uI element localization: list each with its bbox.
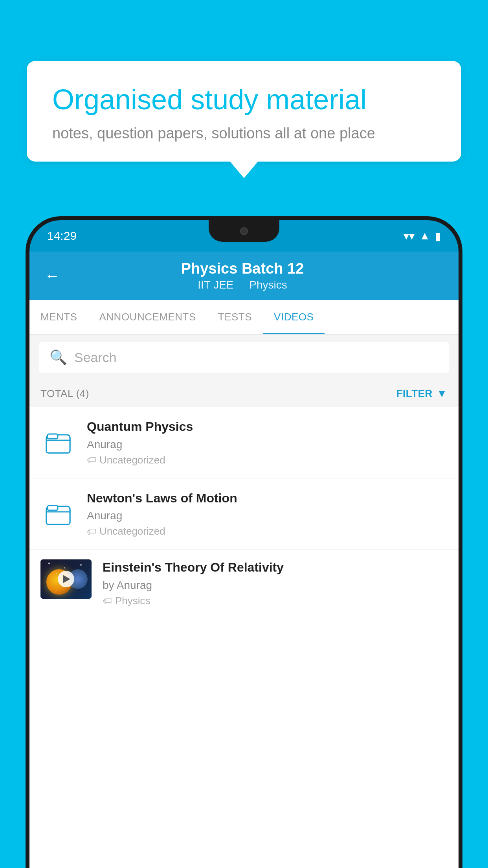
video-tag: 🏷 Uncategorized — [87, 525, 448, 537]
search-placeholder: Search — [74, 350, 117, 365]
tag-label: Physics — [115, 595, 150, 607]
battery-icon: ▮ — [435, 230, 441, 243]
tabs-bar: MENTS ANNOUNCEMENTS TESTS VIDEOS — [29, 300, 459, 335]
notch — [209, 220, 279, 242]
folder-icon-wrap — [40, 496, 76, 531]
play-triangle-icon — [63, 575, 70, 583]
svg-rect-2 — [48, 434, 58, 439]
video-author: Anurag — [87, 438, 448, 451]
batch-subtitle: IIT JEE Physics — [68, 279, 417, 291]
video-title: Newton's Laws of Motion — [87, 490, 448, 507]
bubble-title: Organised study material — [52, 83, 436, 116]
video-tag: 🏷 Uncategorized — [87, 454, 448, 466]
list-item[interactable]: Quantum Physics Anurag 🏷 Uncategorized — [29, 407, 459, 478]
tag-label: Uncategorized — [99, 525, 165, 537]
folder-icon — [44, 500, 72, 528]
tab-videos[interactable]: VIDEOS — [263, 300, 325, 334]
video-tag: 🏷 Physics — [103, 595, 448, 607]
speech-bubble: Organised study material notes, question… — [27, 61, 461, 162]
bubble-subtitle: notes, question papers, solutions all at… — [52, 125, 436, 142]
speech-bubble-section: Organised study material notes, question… — [27, 61, 461, 162]
play-button[interactable] — [58, 571, 74, 587]
status-time: 14:29 — [47, 229, 77, 243]
back-button[interactable]: ← — [44, 267, 60, 285]
tab-ments[interactable]: MENTS — [29, 300, 88, 334]
thumbnail-bg — [40, 559, 92, 599]
search-icon: 🔍 — [50, 349, 67, 366]
total-count: TOTAL (4) — [40, 388, 89, 400]
tab-announcements[interactable]: ANNOUNCEMENTS — [88, 300, 207, 334]
video-title: Quantum Physics — [87, 419, 448, 435]
list-item[interactable]: Einstein's Theory Of Relativity by Anura… — [29, 550, 459, 619]
signal-icon: ▲ — [419, 230, 430, 242]
subtitle-part2: Physics — [249, 279, 287, 291]
tag-icon: 🏷 — [87, 454, 96, 465]
video-info: Newton's Laws of Motion Anurag 🏷 Uncateg… — [87, 490, 448, 538]
video-author: by Anurag — [103, 579, 448, 592]
status-bar: 14:29 ▾▾ ▲ ▮ — [29, 220, 459, 252]
filter-bar: TOTAL (4) FILTER ▼ — [29, 380, 459, 407]
list-item[interactable]: Newton's Laws of Motion Anurag 🏷 Uncateg… — [29, 478, 459, 550]
tag-label: Uncategorized — [99, 454, 165, 466]
subtitle-part1: IIT JEE — [198, 279, 233, 291]
camera-dot — [240, 227, 248, 235]
video-thumbnail — [40, 559, 92, 599]
video-title: Einstein's Theory Of Relativity — [103, 559, 448, 576]
filter-funnel-icon: ▼ — [437, 387, 448, 400]
video-list: Quantum Physics Anurag 🏷 Uncategorized — [29, 407, 459, 619]
video-info: Quantum Physics Anurag 🏷 Uncategorized — [87, 419, 448, 466]
filter-label: FILTER — [396, 388, 433, 400]
tag-icon: 🏷 — [103, 595, 112, 606]
folder-icon-wrap — [40, 425, 76, 460]
video-info: Einstein's Theory Of Relativity by Anura… — [103, 559, 448, 607]
search-bar[interactable]: 🔍 Search — [38, 342, 450, 373]
filter-button[interactable]: FILTER ▼ — [396, 387, 448, 400]
status-icons: ▾▾ ▲ ▮ — [404, 230, 441, 243]
video-author: Anurag — [87, 509, 448, 522]
tag-icon: 🏷 — [87, 526, 96, 537]
app-header: ← Physics Batch 12 IIT JEE Physics — [29, 252, 459, 300]
folder-icon — [44, 428, 72, 456]
phone-frame: 14:29 ▾▾ ▲ ▮ ← Physics Batch 12 IIT JEE — [26, 216, 462, 868]
svg-rect-5 — [48, 506, 58, 510]
header-title-group: Physics Batch 12 IIT JEE Physics — [68, 260, 417, 291]
search-container: 🔍 Search — [29, 335, 459, 380]
tab-tests[interactable]: TESTS — [207, 300, 263, 334]
app-screen: ← Physics Batch 12 IIT JEE Physics MENTS… — [29, 252, 459, 868]
batch-title: Physics Batch 12 — [68, 260, 417, 277]
phone-inner: 14:29 ▾▾ ▲ ▮ ← Physics Batch 12 IIT JEE — [29, 220, 459, 868]
wifi-icon: ▾▾ — [404, 230, 415, 243]
